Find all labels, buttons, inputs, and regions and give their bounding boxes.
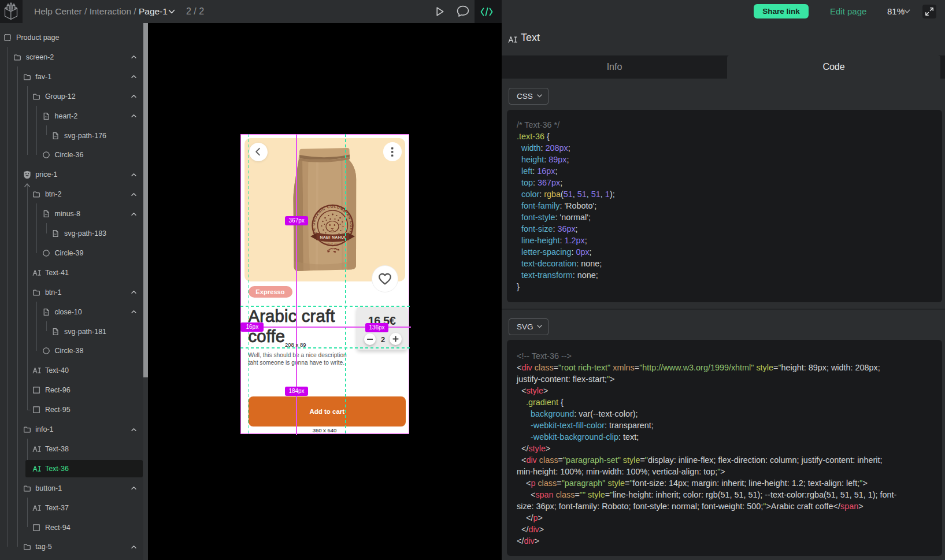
svg-text:NABI NAHUI: NABI NAHUI xyxy=(320,235,346,239)
svg-text:SINCE 2020: SINCE 2020 xyxy=(325,243,340,245)
